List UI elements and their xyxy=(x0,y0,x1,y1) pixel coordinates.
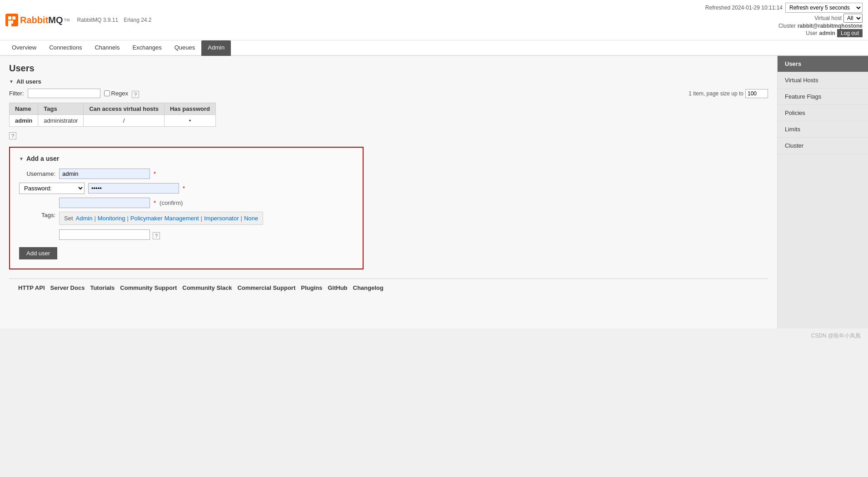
tag-impersonator[interactable]: Impersonator xyxy=(204,215,239,222)
filter-help-icon[interactable]: ? xyxy=(132,91,139,98)
logo-area: RabbitMQTM RabbitMQ 3.9.11 Erlang 24.2 xyxy=(5,14,152,26)
virtual-host-label: Virtual host xyxy=(814,15,842,21)
col-has-password: Has password xyxy=(164,103,215,115)
table-row[interactable]: admin administrator / • xyxy=(10,115,216,127)
password-input[interactable] xyxy=(88,183,179,194)
col-tags: Tags xyxy=(38,103,84,115)
footer-changelog[interactable]: Changelog xyxy=(353,284,384,291)
nav-bar: Overview Connections Channels Exchanges … xyxy=(0,40,868,56)
sidebar-item-feature-flags[interactable]: Feature Flags xyxy=(778,89,868,105)
footer-plugins[interactable]: Plugins xyxy=(301,284,322,291)
confirm-required: * xyxy=(154,199,156,206)
rabbitmq-version: RabbitMQ 3.9.11 xyxy=(77,17,118,23)
svg-rect-2 xyxy=(12,16,15,20)
user-value: admin xyxy=(819,30,835,36)
footer-server-docs[interactable]: Server Docs xyxy=(50,284,85,291)
refresh-row: Refreshed 2024-01-29 10:11:14 Refresh ev… xyxy=(705,3,863,13)
all-users-header[interactable]: ▼ All users xyxy=(9,78,768,85)
virtual-host-select[interactable]: All xyxy=(843,14,863,23)
users-table: Name Tags Can access virtual hosts Has p… xyxy=(9,103,216,127)
tags-label: Tags: xyxy=(19,212,55,219)
password-row: Password: Hashed Password: * xyxy=(19,183,354,194)
username-required: * xyxy=(154,170,156,177)
footer-tutorials[interactable]: Tutorials xyxy=(90,284,115,291)
cell-tags: administrator xyxy=(38,115,84,127)
top-bar: RabbitMQTM RabbitMQ 3.9.11 Erlang 24.2 R… xyxy=(0,0,868,40)
refresh-select[interactable]: Refresh every 5 seconds Refresh every 10… xyxy=(785,3,863,13)
tags-help-icon[interactable]: ? xyxy=(153,232,160,239)
nav-connections[interactable]: Connections xyxy=(43,40,88,56)
regex-checkbox[interactable] xyxy=(104,90,110,96)
password-type-select[interactable]: Password: Hashed Password: xyxy=(19,183,85,194)
filter-label: Filter: xyxy=(9,90,24,97)
tags-input-row: ? xyxy=(59,229,263,240)
add-user-button[interactable]: Add user xyxy=(19,247,57,259)
footer-commercial-support[interactable]: Commercial Support xyxy=(237,284,295,291)
page-size-label: 1 item, page size up to xyxy=(688,90,743,97)
watermark: CSDN @陈年小凤凰 xyxy=(0,328,868,343)
nav-exchanges[interactable]: Exchanges xyxy=(126,40,168,56)
nav-overview[interactable]: Overview xyxy=(5,40,43,56)
cell-name: admin xyxy=(10,115,38,127)
add-user-triangle: ▼ xyxy=(19,156,24,161)
cluster-label: Cluster xyxy=(778,23,796,29)
footer-links: HTTP API Server Docs Tutorials Community… xyxy=(9,278,768,298)
tag-monitoring[interactable]: Monitoring xyxy=(98,215,125,222)
password-confirm-row: * (confirm) xyxy=(19,198,354,208)
tag-management[interactable]: Management xyxy=(165,215,199,222)
page-size-row: 1 item, page size up to 100 xyxy=(688,89,768,98)
svg-rect-4 xyxy=(10,20,13,24)
footer-github[interactable]: GitHub xyxy=(328,284,347,291)
table-help-icon[interactable]: ? xyxy=(9,132,16,139)
tag-policymaker[interactable]: Policymaker xyxy=(130,215,163,222)
col-virtual-hosts: Can access virtual hosts xyxy=(84,103,164,115)
cluster-info: Cluster rabbit@rabbitmqhostone xyxy=(705,23,863,29)
cell-has-password: • xyxy=(164,115,215,127)
version-info: RabbitMQ 3.9.11 Erlang 24.2 xyxy=(77,17,151,23)
page-size-input[interactable]: 100 xyxy=(745,89,768,98)
nav-admin[interactable]: Admin xyxy=(201,40,231,56)
cluster-value: rabbit@rabbitmqhostone xyxy=(798,23,863,29)
regex-label: Regex xyxy=(111,90,129,97)
tag-none[interactable]: None xyxy=(244,215,258,222)
cluster-row: Virtual host All xyxy=(705,14,863,23)
username-input[interactable] xyxy=(59,169,150,179)
nav-queues[interactable]: Queues xyxy=(168,40,202,56)
password-confirm-input[interactable] xyxy=(59,198,150,208)
add-user-title[interactable]: ▼ Add a user xyxy=(19,155,354,162)
logout-button[interactable]: Log out xyxy=(837,29,863,37)
regex-checkbox-label[interactable]: Regex xyxy=(104,90,129,97)
table-header: Name Tags Can access virtual hosts Has p… xyxy=(10,103,216,115)
logo-rabbit: Rabbit xyxy=(20,15,48,25)
sidebar-item-virtual-hosts[interactable]: Virtual Hosts xyxy=(778,72,868,89)
col-name: Name xyxy=(10,103,38,115)
sidebar-item-users[interactable]: Users xyxy=(778,56,868,72)
tags-box: Set Admin | Monitoring | Policymaker Man… xyxy=(59,212,263,225)
sidebar-item-policies[interactable]: Policies xyxy=(778,105,868,121)
username-row: Username: * xyxy=(19,169,354,179)
sidebar: Users Virtual Hosts Feature Flags Polici… xyxy=(777,56,868,328)
add-user-box: ▼ Add a user Username: * Password: Hashe… xyxy=(9,147,364,269)
add-user-label: Add a user xyxy=(26,155,59,162)
password-required: * xyxy=(183,185,185,192)
page-title: Users xyxy=(9,63,768,74)
collapse-triangle: ▼ xyxy=(9,79,14,84)
all-users-label: All users xyxy=(16,78,41,85)
tags-row: Tags: Set Admin | Monitoring | Policymak… xyxy=(19,212,354,240)
filter-input[interactable] xyxy=(28,89,100,98)
tag-admin[interactable]: Admin xyxy=(76,215,93,222)
footer-http-api[interactable]: HTTP API xyxy=(18,284,45,291)
table-body: admin administrator / • xyxy=(10,115,216,127)
sidebar-item-cluster[interactable]: Cluster xyxy=(778,138,868,154)
main-layout: Users ▼ All users Filter: Regex ? 1 item… xyxy=(0,56,868,328)
svg-rect-0 xyxy=(5,14,18,26)
rabbitmq-icon xyxy=(5,14,18,26)
footer-community-support[interactable]: Community Support xyxy=(120,284,177,291)
nav-channels[interactable]: Channels xyxy=(88,40,126,56)
footer-community-slack[interactable]: Community Slack xyxy=(182,284,232,291)
tags-set-label: Set xyxy=(64,215,73,222)
sidebar-item-limits[interactable]: Limits xyxy=(778,121,868,138)
tags-links: Admin | Monitoring | Policymaker Managem… xyxy=(76,215,258,222)
tags-text-input[interactable] xyxy=(59,229,150,240)
erlang-version: Erlang 24.2 xyxy=(124,17,151,23)
